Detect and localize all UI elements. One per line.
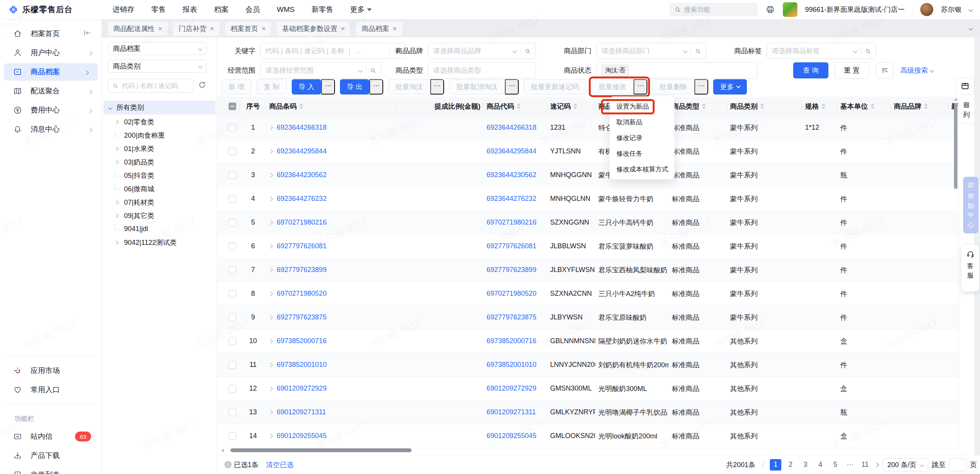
expand-row-icon[interactable]: [269, 387, 272, 390]
row-checkbox[interactable]: [229, 243, 236, 250]
sort-icon[interactable]: [871, 103, 874, 109]
toolbar-button[interactable]: 导 入: [292, 79, 321, 94]
expand-row-icon[interactable]: [269, 174, 272, 177]
barcode-link[interactable]: 6923644276232: [277, 195, 327, 203]
search-icon[interactable]: [865, 48, 871, 54]
toolbar-button[interactable]: 批量更新速记码: [524, 79, 586, 94]
column-header[interactable]: 速记码: [547, 97, 595, 116]
close-icon[interactable]: ×: [261, 24, 266, 33]
column-header[interactable]: 规格: [802, 97, 837, 116]
product-code-link[interactable]: 6970271980216: [487, 218, 536, 226]
close-icon[interactable]: ×: [210, 24, 214, 33]
close-icon[interactable]: ×: [158, 24, 162, 33]
toolbar-more-button[interactable]: ···: [634, 79, 647, 94]
menu-item[interactable]: 修改记录: [609, 130, 675, 146]
tree-node[interactable]: 200|肉食称重: [102, 129, 217, 142]
column-header[interactable]: 商品品牌: [891, 97, 948, 116]
top-nav-item[interactable]: 报表: [176, 2, 203, 18]
tree-search-input[interactable]: 代码 | 名称 | 速记码: [108, 79, 194, 93]
reset-button[interactable]: 重 置: [835, 62, 869, 78]
menu-item[interactable]: 设置为新品: [609, 99, 675, 114]
next-page-arrow[interactable]: [874, 463, 879, 466]
toolbar-more-button[interactable]: ···: [430, 79, 444, 94]
barcode-link[interactable]: 6901209271311: [277, 408, 326, 416]
row-checkbox[interactable]: [229, 432, 236, 440]
top-nav-item[interactable]: 档案: [208, 2, 235, 18]
tree-node[interactable]: 06|微商城: [102, 182, 217, 195]
product-code-link[interactable]: 6923644295844: [487, 147, 536, 155]
barcode-link[interactable]: 6901209255045: [277, 432, 327, 440]
tree-node[interactable]: 07|耗材类: [102, 195, 217, 209]
tag-select[interactable]: 请选择商品标签: [767, 43, 876, 59]
sort-icon[interactable]: [299, 103, 303, 109]
page-number-button[interactable]: 4: [815, 459, 826, 471]
menu-item[interactable]: 修改成本核算方式: [609, 161, 675, 177]
sidebar-item-message-center[interactable]: 消息中心: [0, 120, 101, 139]
tree-node[interactable]: 01|水果类: [102, 142, 217, 155]
barcode-link[interactable]: 6901209272929: [277, 384, 327, 393]
expand-row-icon[interactable]: [269, 363, 272, 366]
row-checkbox[interactable]: [229, 409, 236, 416]
department-select[interactable]: 请选择商品部门: [596, 43, 706, 59]
clear-selection-link[interactable]: 清空已选: [266, 460, 294, 469]
barcode-link[interactable]: 6923644295844: [277, 147, 327, 155]
help-center-button[interactable]: 帮助中心: [963, 177, 978, 233]
top-nav-item[interactable]: 进销存: [106, 2, 140, 18]
search-icon[interactable]: [695, 48, 701, 54]
expand-row-icon[interactable]: [269, 340, 272, 343]
sort-icon[interactable]: [573, 103, 577, 109]
close-icon[interactable]: ×: [392, 24, 397, 33]
tree-node[interactable]: 9041|jdl: [102, 222, 217, 236]
sidebar-item-delivery[interactable]: 配送聚合: [0, 81, 101, 101]
product-code-link[interactable]: 6923644266318: [487, 124, 536, 132]
page-number-button[interactable]: 3: [800, 459, 811, 471]
advanced-search-link[interactable]: 高级搜索: [900, 62, 933, 78]
vertical-scrollbar[interactable]: [954, 98, 958, 444]
row-checkbox[interactable]: [229, 361, 236, 369]
store-name[interactable]: 99661-新界面果蔬版测试-门店一: [805, 5, 905, 14]
column-header[interactable]: 提成比例(金额): [396, 97, 483, 116]
prev-page-arrow[interactable]: [762, 463, 766, 466]
status-input[interactable]: 淘汰:否: [596, 62, 757, 78]
tree-node[interactable]: 09|其它类: [102, 209, 217, 222]
vertical-scroll-thumb[interactable]: [954, 103, 957, 189]
row-checkbox[interactable]: [229, 290, 236, 298]
expand-row-icon[interactable]: [269, 316, 272, 319]
expand-row-icon[interactable]: [269, 150, 272, 153]
sidebar-item-favorites[interactable]: 常用入口: [0, 380, 102, 399]
tree-node[interactable]: 9042|1122测试类: [102, 236, 217, 249]
expand-row-icon[interactable]: [269, 245, 272, 248]
global-search-input[interactable]: 搜索功能: [670, 3, 758, 16]
row-checkbox[interactable]: [229, 314, 236, 321]
product-code-link[interactable]: 6923644230562: [487, 171, 536, 179]
top-nav-item[interactable]: 新零售: [305, 2, 339, 18]
sort-icon[interactable]: [760, 103, 764, 109]
barcode-link[interactable]: 6927797623899: [277, 266, 327, 274]
row-checkbox[interactable]: [229, 337, 236, 345]
product-code-link[interactable]: 6901209271311: [487, 408, 536, 416]
row-checkbox[interactable]: [229, 171, 236, 179]
status-tag[interactable]: 淘汰:否: [601, 65, 629, 77]
toolbar-button[interactable]: 复 制: [256, 79, 287, 94]
sort-icon[interactable]: [517, 103, 521, 109]
product-code-link[interactable]: 6901209255045: [487, 432, 536, 440]
module-select[interactable]: 商品档案: [108, 42, 207, 55]
filter-settings-button[interactable]: [876, 62, 893, 78]
toolbar-button[interactable]: 批量取消淘汰: [449, 79, 505, 94]
product-code-link[interactable]: 6970271980520: [487, 290, 536, 298]
page-number-button[interactable]: ···: [844, 459, 856, 471]
toolbar-button[interactable]: 新 增: [221, 79, 252, 94]
card-view-toggle-button[interactable]: [956, 78, 974, 94]
category-type-select[interactable]: 商品类别: [108, 60, 207, 73]
document-tab[interactable]: 商品配送属性 ×: [108, 21, 168, 36]
product-code-link[interactable]: 6973852000716: [487, 337, 536, 345]
sidebar-item-expense-center[interactable]: 费用中心: [0, 101, 101, 120]
page-number-button[interactable]: 5: [830, 459, 841, 471]
barcode-link[interactable]: 6927797623875: [277, 313, 327, 321]
toolbar-button[interactable]: 批量修改: [591, 79, 634, 94]
brand-select[interactable]: 请选择商品品牌: [428, 43, 536, 59]
sort-icon[interactable]: [924, 103, 928, 109]
document-tab[interactable]: 商品档案 ×: [356, 21, 402, 36]
search-icon[interactable]: [370, 67, 376, 74]
column-header[interactable]: 商品类型: [669, 97, 727, 116]
